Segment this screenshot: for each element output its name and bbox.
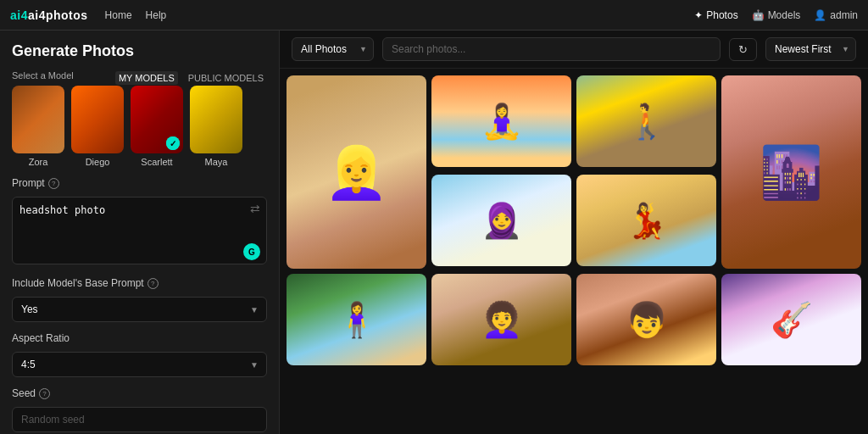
model-maya-avatar	[190, 86, 242, 153]
nav-right: ✦ Photos 🤖 Models 👤 admin	[694, 9, 858, 21]
model-diego-avatar	[71, 86, 124, 153]
photo-1-content: 👱‍♀️	[287, 75, 426, 269]
photo-toolbar: All Photos My Photos Favorites ▼ ↻ Newes…	[280, 31, 868, 69]
prompt-wrapper: headshot photo ⇄ G	[12, 197, 267, 267]
photo-10-content: 🎸	[721, 274, 861, 365]
photo-5-content: 🧕	[431, 175, 571, 266]
photo-card-8[interactable]: 👩‍🦱	[431, 274, 571, 365]
prompt-textarea[interactable]: headshot photo	[12, 197, 267, 264]
model-scarlett[interactable]: ✓ Scarlett	[131, 86, 183, 167]
seed-label: Seed ?	[12, 387, 267, 399]
model-select-header: Select a Model MY MODELS PUBLIC MODELS	[12, 70, 267, 86]
prompt-info-icon[interactable]: ?	[48, 178, 59, 189]
nav-admin-label: admin	[830, 9, 858, 21]
model-zora[interactable]: Zora	[12, 86, 64, 167]
base-prompt-select[interactable]: Yes No	[12, 297, 267, 322]
shuffle-button[interactable]: ⇄	[250, 202, 260, 215]
models-icon: 🤖	[752, 9, 765, 21]
zora-img	[12, 86, 64, 153]
photo-grid: 👱‍♀️ 🧘‍♀️ 🚶 🌆 🧕 💃	[280, 69, 868, 434]
model-scarlett-name: Scarlett	[141, 157, 172, 167]
model-scarlett-avatar: ✓	[131, 86, 183, 153]
nav-models[interactable]: 🤖 Models	[752, 9, 801, 21]
aspect-ratio-group: Aspect Ratio 4:5 1:1 16:9 9:16 ▼	[12, 332, 267, 377]
aspect-ratio-label: Aspect Ratio	[12, 332, 267, 344]
scarlett-img	[131, 86, 183, 153]
model-diego[interactable]: Diego	[71, 86, 124, 167]
model-diego-name: Diego	[86, 157, 110, 167]
nav-admin[interactable]: 👤 admin	[814, 9, 858, 21]
base-prompt-info-icon[interactable]: ?	[147, 278, 159, 289]
navbar: ai4ai4photos Home Help ✦ Photos 🤖 Models…	[0, 0, 868, 31]
photos-icon: ✦	[694, 9, 703, 21]
sort-select[interactable]: Newest First Oldest First	[765, 37, 856, 61]
photo-3-content: 🚶	[576, 75, 716, 167]
refresh-button[interactable]: ↻	[729, 38, 757, 61]
photo-card-9[interactable]: 👦	[576, 274, 716, 365]
photo-card-4[interactable]: 🌆	[721, 75, 861, 269]
admin-icon: 👤	[814, 9, 826, 21]
aspect-ratio-select[interactable]: 4:5 1:1 16:9 9:16	[12, 352, 267, 377]
sidebar-title: Generate Photos	[12, 42, 267, 60]
public-models-tab[interactable]: PUBLIC MODELS	[185, 71, 267, 85]
photo-4-content: 🌆	[721, 75, 861, 269]
photo-card-10[interactable]: 🎸	[721, 274, 861, 365]
maya-img	[190, 86, 242, 153]
gpt-icon[interactable]: G	[243, 243, 260, 260]
main-layout: Generate Photos Select a Model MY MODELS…	[0, 31, 868, 434]
model-grid: Zora Diego ✓ Scarlett	[12, 86, 267, 167]
sidebar: Generate Photos Select a Model MY MODELS…	[0, 31, 280, 434]
diego-img	[71, 86, 124, 153]
nav-photos-label: Photos	[706, 9, 737, 21]
model-select-section: Select a Model MY MODELS PUBLIC MODELS Z…	[12, 70, 267, 167]
nav-photos[interactable]: ✦ Photos	[694, 9, 737, 21]
model-zora-avatar	[12, 86, 64, 153]
photo-card-3[interactable]: 🚶	[576, 75, 716, 167]
filter-select-wrapper: All Photos My Photos Favorites ▼	[292, 37, 374, 61]
photo-8-content: 👩‍🦱	[431, 274, 571, 365]
seed-info-icon[interactable]: ?	[39, 388, 50, 399]
main-content: All Photos My Photos Favorites ▼ ↻ Newes…	[280, 31, 868, 434]
photo-card-1[interactable]: 👱‍♀️	[287, 75, 426, 269]
photo-9-content: 👦	[576, 274, 716, 365]
base-prompt-group: Include Model's Base Prompt ? Yes No ▼	[12, 277, 267, 322]
photo-2-content: 🧘‍♀️	[431, 75, 571, 167]
base-prompt-select-wrapper: Yes No ▼	[12, 297, 267, 322]
prompt-label: Prompt ?	[12, 177, 267, 189]
nav-help[interactable]: Help	[146, 9, 167, 21]
filter-select[interactable]: All Photos My Photos Favorites	[292, 37, 374, 61]
model-zora-name: Zora	[29, 157, 48, 167]
photo-card-7[interactable]: 🧍‍♀️	[287, 274, 426, 365]
photo-7-content: 🧍‍♀️	[287, 274, 426, 365]
selected-check: ✓	[166, 136, 180, 150]
seed-group: Seed ?	[12, 387, 267, 432]
photo-6-content: 💃	[576, 175, 716, 266]
sort-select-wrapper: Newest First Oldest First ▼	[765, 37, 856, 61]
nav-home[interactable]: Home	[105, 9, 132, 21]
model-maya-name: Maya	[205, 157, 228, 167]
photo-card-6[interactable]: 💃	[576, 175, 716, 266]
select-model-label: Select a Model	[12, 70, 74, 81]
app-logo[interactable]: ai4ai4photos	[10, 8, 88, 22]
photo-card-2[interactable]: 🧘‍♀️	[431, 75, 571, 167]
seed-input[interactable]	[12, 407, 267, 432]
model-maya[interactable]: Maya	[190, 86, 242, 167]
prompt-group: Prompt ? headshot photo ⇄ G	[12, 177, 267, 267]
search-input[interactable]	[382, 37, 721, 61]
aspect-ratio-select-wrapper: 4:5 1:1 16:9 9:16 ▼	[12, 352, 267, 377]
base-prompt-label: Include Model's Base Prompt ?	[12, 277, 267, 289]
nav-links: Home Help	[105, 9, 167, 21]
photo-card-5[interactable]: 🧕	[431, 175, 571, 266]
nav-models-label: Models	[768, 9, 801, 21]
my-models-tab[interactable]: MY MODELS	[115, 71, 178, 85]
